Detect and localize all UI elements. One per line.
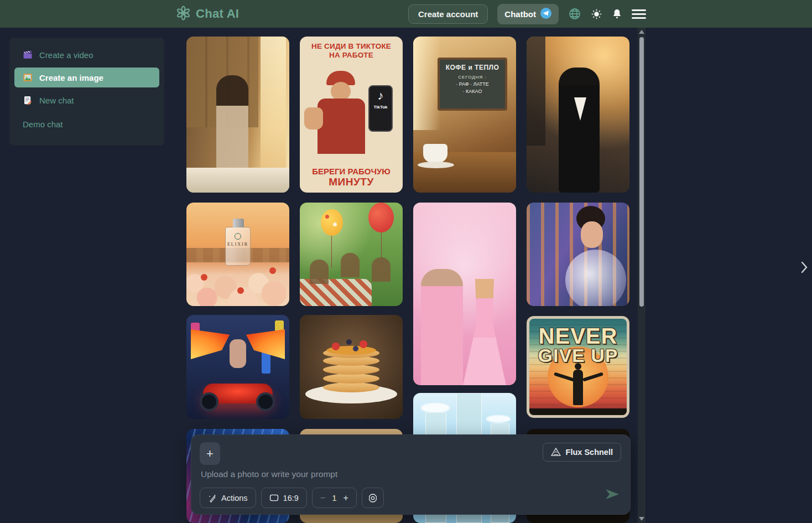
worker-face [331, 82, 351, 101]
knot-logo-icon [176, 6, 191, 23]
cloud [421, 403, 450, 413]
perfume-bottle: ELIXIR [225, 227, 251, 266]
pink-dress-woman [463, 279, 506, 385]
gallery-image-barbie-couple[interactable] [413, 203, 516, 385]
gallery-image-picnic[interactable] [300, 203, 403, 306]
hamburger-icon [632, 9, 646, 11]
tiktok-note-icon: ♪ [369, 86, 392, 105]
magic-wand-icon [208, 494, 217, 503]
sidebar-item-label: New chat [39, 96, 74, 105]
model-selector-button[interactable]: Flux Schnell [543, 443, 621, 462]
chatbot-button[interactable]: Chatbot [497, 4, 559, 24]
white-armor [565, 250, 626, 306]
prompt-input[interactable] [201, 469, 511, 479]
ground [529, 408, 627, 415]
stop-palm [304, 107, 323, 130]
pancake-stack [323, 345, 379, 392]
gallery-image-coffee-shop[interactable]: КОФЕ и ТЕПЛО СЕГОДНЯ : · РАФ · ЛАТТЕ · К… [413, 37, 516, 193]
fiery-wing-left [191, 329, 230, 359]
silhouette-man [573, 370, 583, 405]
sidebar: Create a video Create an image New chat … [9, 38, 164, 146]
expand-panel-button[interactable] [801, 261, 808, 275]
aspect-ratio-button[interactable]: 16:9 [261, 488, 307, 508]
wheel [256, 392, 275, 411]
model-name-label: Flux Schnell [566, 448, 613, 457]
scroll-up-arrow[interactable] [639, 30, 644, 34]
poster-bottom-text: БЕРЕГИ РАБОЧУЮ МИНУТУ [300, 167, 403, 188]
gallery-image-tiktok-poster[interactable]: НЕ СИДИ В ТИКТОКЕ НА РАБОТЕ ♪ TikTok БЕР… [300, 37, 403, 193]
scrollbar-thumb[interactable] [639, 37, 644, 307]
scroll-down-arrow[interactable] [639, 517, 644, 521]
building-silhouette [527, 37, 545, 146]
brand-logo[interactable]: Chat AI [176, 6, 239, 23]
blueberry [353, 346, 358, 351]
theme-toggle-button[interactable] [591, 8, 602, 20]
top-navbar: Chat AI Create account Chatbot [0, 0, 812, 28]
gallery-image-kitchen-woman[interactable] [186, 37, 289, 193]
actions-button[interactable]: Actions [200, 488, 256, 508]
count-increase-button[interactable]: + [343, 493, 348, 503]
poster-top-text: НЕ СИДИ В ТИКТОКЕ НА РАБОТЕ [300, 42, 403, 60]
globe-icon [568, 7, 581, 20]
sidebar-item-new-chat[interactable]: New chat [14, 91, 159, 110]
image-count-stepper[interactable]: − 1 + [312, 488, 357, 508]
tiktok-label: TikTok [369, 105, 392, 110]
telegram-icon [540, 8, 551, 20]
strawberry [360, 340, 367, 348]
sidebar-item-demo-chat[interactable]: Demo chat [14, 115, 159, 133]
bottle-emblem [235, 233, 241, 240]
gallery-image-elixir-perfume[interactable]: ELIXIR [186, 203, 289, 306]
settings-icon [368, 493, 378, 503]
chalkboard-menu: КОФЕ и ТЕПЛО СЕГОДНЯ : · РАФ · ЛАТТЕ · К… [438, 58, 507, 111]
language-globe-button[interactable] [568, 7, 581, 20]
phone-with-tiktok: ♪ TikTok [368, 85, 393, 132]
strawberry [269, 267, 276, 274]
strawberry [201, 274, 207, 281]
leather-coat-figure [559, 68, 600, 193]
chatbot-button-label: Chatbot [504, 9, 536, 19]
prompt-composer: + Flux Schnell Actions 16:9 [191, 434, 631, 515]
app-window: Chat AI Create account Chatbot [0, 0, 812, 523]
gallery-image-pancakes[interactable] [300, 315, 403, 419]
framed-picture-icon [23, 73, 33, 82]
picnic-person [341, 253, 360, 277]
gallery-image-street-woman[interactable] [527, 37, 629, 193]
gallery-image-angel-biker[interactable] [186, 315, 289, 419]
picnic-person [310, 260, 329, 284]
cloud [486, 415, 511, 423]
hamburger-menu-button[interactable] [632, 9, 646, 19]
flux-triangle-icon [551, 448, 561, 457]
memo-icon [23, 95, 33, 105]
sidebar-item-label: Demo chat [23, 120, 63, 129]
sidebar-item-label: Create an image [39, 73, 103, 82]
worker-figure [316, 71, 366, 154]
wheel [200, 392, 218, 411]
attach-plus-button[interactable]: + [200, 442, 220, 465]
settings-button[interactable] [362, 488, 384, 508]
send-button[interactable] [605, 487, 620, 503]
aspect-ratio-label: 16:9 [283, 494, 299, 503]
strawberry [332, 343, 340, 350]
navbar-actions: Create account Chatbot [408, 4, 646, 24]
bell-icon [612, 8, 622, 19]
picnic-person [372, 257, 391, 282]
count-decrease-button[interactable]: − [320, 493, 325, 503]
sidebar-item-label: Create a video [39, 50, 93, 60]
bottle-label: ELIXIR [226, 242, 250, 247]
window-glow [413, 37, 441, 130]
vertical-scrollbar[interactable] [638, 28, 646, 523]
yellow-balloon [321, 209, 343, 236]
gallery-image-never-give-up[interactable]: NEVER GIVE UP [527, 316, 629, 418]
sidebar-item-create-video[interactable]: Create a video [14, 45, 159, 64]
sun-icon [591, 8, 602, 20]
create-account-button[interactable]: Create account [408, 4, 488, 24]
red-balloon [368, 203, 394, 232]
sidebar-item-create-image[interactable]: Create an image [14, 68, 159, 87]
blackberry [346, 339, 352, 345]
aspect-ratio-icon [269, 494, 279, 501]
cyber-face [581, 221, 603, 248]
notifications-button[interactable] [612, 8, 622, 19]
strawberry [237, 287, 244, 294]
gallery-image-cyberpunk-woman[interactable] [527, 203, 629, 306]
send-arrow-icon [605, 487, 620, 501]
